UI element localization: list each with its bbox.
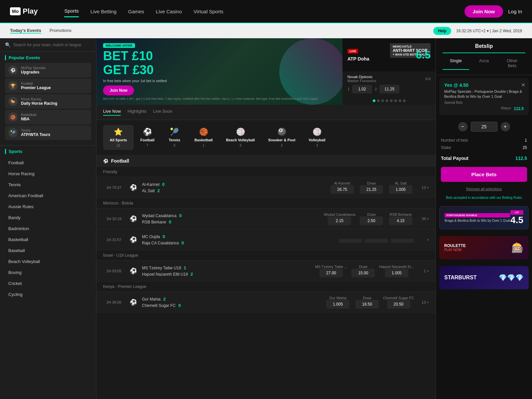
dot-1[interactable] — [373, 99, 375, 102]
match-more-1[interactable]: 13 > — [419, 186, 429, 190]
odds-draw-btn-1[interactable]: 21.25 — [360, 185, 383, 194]
odds-home-btn-1[interactable]: 26.75 — [331, 185, 354, 194]
bet-close-button[interactable]: ✕ — [521, 82, 525, 88]
match-more-3[interactable]: > — [419, 238, 429, 242]
filter-tennis-label: Tennis — [169, 138, 180, 142]
odds-draw-btn-5[interactable]: 18.50 — [355, 300, 379, 309]
odds-home-btn-5[interactable]: 1.005 — [326, 300, 349, 309]
search-bar[interactable]: 🔍 — [0, 38, 96, 52]
popular-item-moplay[interactable]: ⚽ MoPlay Specials Upgrades — [5, 63, 91, 77]
bet-item-1: Yes @ 4.50 ✕ MoPlay Specials - Portugues… — [439, 78, 529, 115]
promo-portuguese-double[interactable]: PORTUGUESE DOUBLE Braga & Benfica Both t… — [439, 206, 529, 229]
sport-aussie-rules[interactable]: Aussie Rules — [5, 201, 91, 212]
betslip-tab-other[interactable]: Other Bets — [499, 57, 525, 70]
promo-roulette[interactable]: ROULETTE PLAY NOW 🎰 — [439, 236, 529, 259]
odds-away-btn-4[interactable]: 1.005 — [385, 269, 408, 277]
popular-item-football[interactable]: 🏆 Football Premier League — [5, 78, 91, 93]
promo-starburst[interactable]: STARBURST 💎💎💎 — [439, 266, 529, 289]
betslip-tab-single[interactable]: Single — [443, 57, 469, 70]
odds-draw-btn-4[interactable]: 15.00 — [351, 269, 375, 277]
odds-away-btn-5[interactable]: 20.50 — [387, 300, 410, 309]
sport-cycling[interactable]: Cycling — [5, 289, 91, 300]
stake-display-value: 25 — [523, 145, 527, 150]
sport-basketball[interactable]: Basketball — [5, 234, 91, 245]
odds-away-btn-1[interactable]: 1.005 — [389, 185, 412, 194]
dot-8[interactable] — [403, 99, 406, 102]
filter-volleyball[interactable]: 🏐 Volleyball 3 — [302, 125, 332, 150]
sport-cricket[interactable]: Cricket — [5, 278, 91, 289]
match-more-5[interactable]: 13 > — [419, 300, 429, 304]
filter-all-sports[interactable]: ⭐ All Sports 21 — [103, 125, 134, 150]
sub-nav-today[interactable]: Today's Events — [10, 28, 41, 34]
dot-3[interactable] — [381, 99, 384, 102]
stake-decrease-button[interactable]: − — [458, 122, 467, 131]
odds-group-1: Al-Karmel 26.75 Draw 21.25 AL Salt 1.005 — [329, 181, 414, 194]
odds-btn-empty-1[interactable] — [339, 239, 362, 243]
sport-beach-volleyball[interactable]: Beach Volleyball — [5, 256, 91, 267]
filter-tennis[interactable]: 🎾 Tennis 5 — [161, 125, 188, 150]
dot-6[interactable] — [394, 99, 397, 102]
match-more-4[interactable]: 1 > — [419, 269, 429, 273]
bet-rules-text: Bets accepted in accordance with our Bet… — [441, 196, 527, 200]
sport-football[interactable]: Football — [5, 157, 91, 168]
nav-virtual-sports[interactable]: Virtual Sports — [194, 6, 223, 17]
stake-increase-button[interactable]: + — [501, 122, 510, 131]
team2-score-5: 0 — [178, 303, 183, 308]
nav-live-casino[interactable]: Live Casino — [156, 6, 182, 17]
sport-bandy[interactable]: Bandy — [5, 212, 91, 223]
sub-nav-promotions[interactable]: Promotions — [50, 28, 71, 34]
popular-item-tennis[interactable]: 🎾 Tennis ATP/WTA Tours — [5, 125, 91, 140]
odds-home-btn-4[interactable]: 27.00 — [320, 269, 343, 277]
stake-display-row: Stake 25 — [441, 144, 527, 151]
odds-btn-empty-2[interactable] — [365, 239, 388, 243]
odds-btn-empty-3[interactable] — [391, 239, 414, 243]
dot-2[interactable] — [377, 99, 380, 102]
help-button[interactable]: Help — [433, 27, 451, 35]
team2-name-3: Raja CA Casablanca — [142, 241, 179, 245]
stake-input[interactable] — [471, 122, 497, 132]
filter-snooker-label: Snooker & Pool — [268, 138, 295, 142]
tab-highlights[interactable]: Highlights — [127, 109, 146, 116]
filter-basketball[interactable]: 🏀 Basketball 1 — [188, 125, 219, 150]
filter-snooker[interactable]: 🎱 Snooker & Pool 2 — [261, 125, 302, 150]
filter-football[interactable]: ⚽ Football 7 — [134, 125, 161, 150]
set2-odds-btn[interactable]: 11.25 — [379, 85, 399, 93]
popular-item-basketball[interactable]: 🏀 Basketball NBA — [5, 110, 91, 124]
set1-odds-btn[interactable]: 1.02 — [352, 85, 372, 93]
sport-horse-racing[interactable]: Horse Racing — [5, 168, 91, 179]
tab-live-now[interactable]: Live Now — [103, 109, 121, 116]
team2-name-5: Chemelil Sugar FC — [142, 303, 176, 308]
filter-football-label: Football — [140, 138, 155, 142]
odds-home-label-1: Al-Karmel — [329, 181, 355, 185]
dot-4[interactable] — [386, 99, 388, 102]
place-bets-button[interactable]: Place Bets — [441, 167, 527, 182]
sport-baseball[interactable]: Baseball — [5, 245, 91, 256]
return-value: 112.5 — [514, 106, 524, 111]
betslip-tab-acca[interactable]: Acca — [471, 57, 497, 70]
join-now-button[interactable]: Join Now — [465, 5, 503, 18]
filter-beach-volleyball[interactable]: 🏐 Beach Volleyball 3 — [219, 125, 262, 150]
sport-tennis[interactable]: Tennis — [5, 179, 91, 190]
sport-american-football[interactable]: American Football — [5, 190, 91, 201]
tab-live-soon[interactable]: Live Soon — [153, 109, 173, 116]
logo[interactable]: Mo Play — [10, 7, 38, 16]
banner-join-button[interactable]: Join Now — [103, 85, 134, 95]
nav-games[interactable]: Games — [128, 6, 144, 17]
odds-home-btn-2[interactable]: 2.15 — [328, 216, 351, 225]
bet-odds-display: Yes @ 4.50 — [444, 82, 468, 88]
search-input[interactable] — [13, 43, 91, 47]
nav-sports[interactable]: Sports — [64, 5, 78, 17]
sport-badminton[interactable]: Badminton — [5, 223, 91, 234]
nav-live-betting[interactable]: Live Betting — [90, 6, 116, 17]
login-button[interactable]: Log In — [508, 9, 522, 14]
dot-5[interactable] — [390, 99, 393, 102]
odds-away-btn-2[interactable]: 4.15 — [389, 216, 412, 225]
sport-boxing[interactable]: Boxing — [5, 267, 91, 278]
return-label: Return — [501, 106, 511, 111]
remove-all-button[interactable]: Remove all selections — [436, 185, 532, 193]
odds-draw-btn-2[interactable]: 2.50 — [360, 216, 383, 225]
popular-item-horseracing[interactable]: 🐎 Horse Racing Daily Horse Racing — [5, 94, 91, 109]
match-more-2[interactable]: 39 > — [419, 217, 429, 221]
dot-7[interactable] — [399, 99, 401, 102]
bet-rules-link[interactable]: Bets accepted in accordance with our Bet… — [446, 196, 522, 200]
